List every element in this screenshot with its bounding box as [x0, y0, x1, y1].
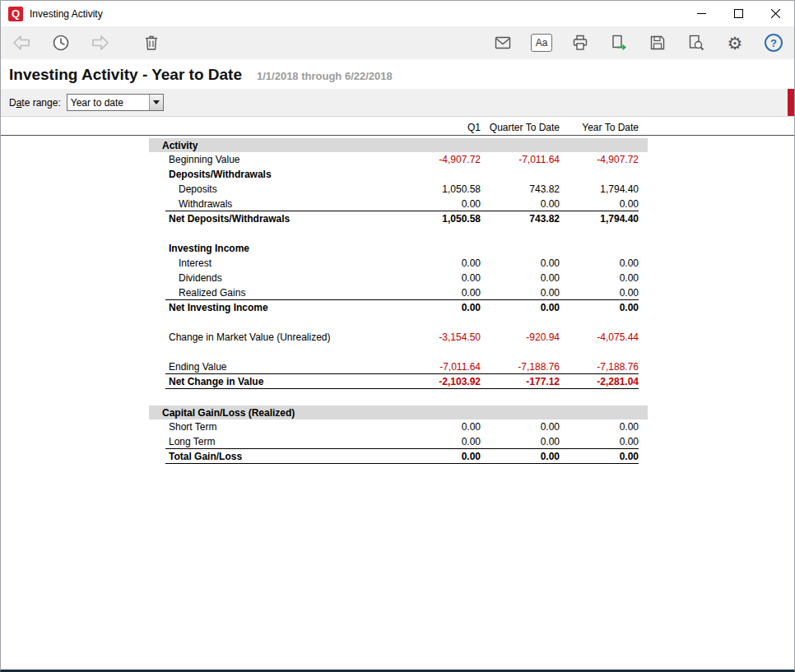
amount-cell[interactable]: 0.00 — [481, 421, 560, 433]
amount-cell[interactable]: 0.00 — [560, 302, 639, 313]
amount-cell[interactable]: 0.00 — [560, 421, 639, 433]
print-preview-button[interactable] — [686, 32, 707, 53]
maximize-button[interactable] — [720, 1, 757, 26]
export-icon — [609, 33, 629, 53]
amount-cell[interactable]: 0.00 — [560, 451, 639, 462]
amount-cell[interactable]: 743.82 — [481, 183, 560, 195]
spacer-row — [149, 226, 648, 241]
amount-cell[interactable]: 743.82 — [481, 213, 560, 225]
row-label: Interest — [165, 257, 402, 269]
back-button[interactable] — [11, 32, 32, 53]
amount-cell[interactable]: 1,050.58 — [402, 213, 481, 225]
delete-button[interactable] — [141, 32, 162, 53]
amount-cell[interactable]: -7,011.64 — [402, 361, 481, 373]
amount-cell[interactable]: -920.94 — [481, 331, 560, 343]
amount-cell[interactable]: -4,907.72 — [560, 154, 639, 165]
amount-cell[interactable]: 1,050.58 — [402, 183, 481, 195]
amount-cell[interactable]: 1,794.40 — [560, 183, 639, 195]
delete-icon — [142, 33, 161, 53]
amount-cell[interactable]: 0.00 — [560, 257, 639, 269]
amount-cell[interactable]: -3,154.50 — [402, 331, 481, 343]
spacer-row — [149, 345, 648, 359]
column-header-row: Q1Quarter To DateYear To Date — [165, 120, 639, 135]
amount-cell[interactable]: 0.00 — [402, 451, 481, 462]
row-label: Withdrawals — [165, 198, 402, 210]
amount-cell[interactable]: 0.00 — [402, 436, 481, 447]
row-label: Change in Market Value (Unrealized) — [165, 331, 402, 343]
column-header-label: Quarter To Date — [481, 122, 560, 133]
amount-cell[interactable]: 0.00 — [481, 287, 560, 299]
print-button[interactable] — [570, 32, 591, 53]
section-header: Capital Gain/Loss (Realized) — [149, 406, 648, 419]
amount-cell[interactable]: 1,794.40 — [560, 213, 639, 225]
date-range-select[interactable]: Year to date — [67, 94, 164, 111]
table-row: Long Term0.000.000.00 — [165, 434, 639, 449]
titlebar: Q Investing Activity — [1, 1, 794, 26]
row-label: Ending Value — [165, 361, 402, 373]
amount-cell[interactable]: -4,907.72 — [402, 154, 481, 165]
table-row: Deposits/Withdrawals — [165, 167, 639, 182]
amount-cell[interactable]: 0.00 — [402, 287, 481, 299]
history-icon — [51, 33, 71, 53]
amount-cell[interactable]: 0.00 — [560, 436, 639, 447]
amount-cell[interactable]: 0.00 — [402, 257, 481, 269]
amount-cell[interactable]: 0.00 — [481, 257, 560, 269]
row-label: Short Term — [165, 421, 402, 433]
help-button[interactable]: ? — [763, 32, 784, 53]
amount-cell[interactable]: 0.00 — [560, 198, 639, 210]
amount-cell[interactable]: -4,075.44 — [560, 331, 639, 343]
toolbar-right-group: Aa — [492, 32, 784, 53]
export-button[interactable] — [608, 32, 630, 53]
row-label: Net Deposits/Withdrawals — [165, 213, 402, 225]
print-icon — [570, 33, 590, 53]
table-row: Net Investing Income0.000.000.00 — [165, 300, 639, 315]
amount-cell[interactable]: -177.12 — [481, 376, 560, 387]
email-icon — [493, 33, 513, 53]
toolbar: Aa — [1, 26, 794, 59]
amount-cell[interactable]: 0.00 — [402, 272, 481, 284]
dropdown-button[interactable] — [149, 95, 163, 110]
close-button[interactable] — [757, 1, 794, 26]
amount-cell[interactable]: 0.00 — [481, 451, 560, 462]
table-row: Dividends0.000.000.00 — [165, 271, 639, 285]
row-label: Deposits/Withdrawals — [165, 169, 402, 180]
amount-cell[interactable]: -2,103.92 — [402, 376, 481, 387]
amount-cell[interactable]: -2,281.04 — [560, 376, 639, 387]
quicken-logo-icon: Q — [8, 7, 23, 21]
amount-cell[interactable]: 0.00 — [560, 272, 639, 284]
maximize-icon — [734, 9, 743, 18]
row-label: Dividends — [165, 272, 402, 284]
amount-cell[interactable]: -7,011.64 — [481, 154, 560, 165]
amount-cell[interactable]: 0.00 — [481, 272, 560, 284]
save-button[interactable] — [647, 32, 668, 53]
amount-cell[interactable]: 0.00 — [402, 302, 481, 313]
date-range-bar: Date range: Year to date — [1, 89, 794, 117]
window-title: Investing Activity — [30, 8, 683, 20]
amount-cell[interactable]: -7,188.76 — [560, 361, 639, 373]
history-button[interactable] — [50, 32, 72, 53]
amount-cell[interactable]: 0.00 — [560, 287, 639, 299]
report-header: Investing Activity - Year to Date 1/1/20… — [1, 59, 794, 89]
table-row: Investing Income — [165, 241, 639, 256]
back-icon — [12, 33, 31, 53]
email-button[interactable] — [492, 32, 514, 53]
row-label: Deposits — [165, 183, 402, 195]
save-icon — [648, 33, 667, 53]
settings-button[interactable]: ⚙ — [724, 32, 746, 53]
forward-icon — [91, 33, 110, 53]
font-size-button[interactable]: Aa — [531, 32, 552, 53]
font-size-icon: Aa — [531, 34, 552, 52]
row-label: Beginning Value — [165, 154, 402, 165]
minimize-button[interactable] — [683, 1, 720, 26]
amount-cell[interactable]: 0.00 — [481, 198, 560, 210]
forward-button[interactable] — [90, 32, 111, 53]
amount-cell[interactable]: -7,188.76 — [481, 361, 560, 373]
close-icon — [771, 9, 780, 18]
amount-cell[interactable]: 0.00 — [481, 436, 560, 447]
column-header-label: Year To Date — [560, 122, 639, 133]
amount-cell[interactable]: 0.00 — [481, 302, 560, 313]
table-row: Interest0.000.000.00 — [165, 256, 639, 271]
amount-cell[interactable]: 0.00 — [402, 421, 481, 433]
amount-cell[interactable]: 0.00 — [402, 198, 481, 210]
print-preview-icon — [686, 33, 706, 53]
